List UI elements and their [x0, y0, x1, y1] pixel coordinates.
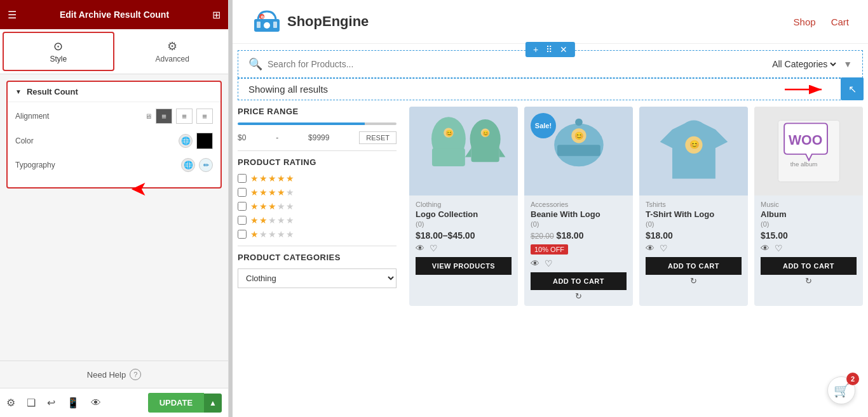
widget-close-button[interactable]: ✕	[559, 44, 569, 55]
product-actions-4: 👁 ♡	[761, 243, 857, 253]
svg-text:😊: 😊	[482, 129, 489, 137]
stars-4: ★ ★ ★ ★ ★	[250, 187, 294, 197]
product-price-4: $15.00	[761, 230, 857, 241]
wishlist-icon-2[interactable]: ♡	[545, 258, 553, 268]
typography-pencil-icon[interactable]: ✏	[199, 158, 213, 172]
help-icon[interactable]: ?	[130, 369, 141, 380]
layers-icon[interactable]: ❑	[27, 397, 36, 409]
wishlist-icon-4[interactable]: ♡	[775, 243, 783, 253]
price-range-labels: $0 - $9999 RESET	[238, 131, 397, 144]
stars-1: ★ ★ ★ ★ ★	[250, 229, 294, 239]
products-area: 😊 😊	[403, 100, 863, 312]
color-swatch[interactable]	[196, 133, 213, 149]
product-name-1: Logo Collection	[416, 209, 512, 219]
shop-main: PRICE RANGE $0 - $9999 RESET PRODUCT RAT…	[233, 100, 868, 312]
svg-rect-3	[273, 22, 277, 28]
update-button[interactable]: UPDATE	[148, 393, 204, 413]
settings-icon[interactable]: ⚙	[6, 397, 15, 409]
grid-icon[interactable]: ⊞	[212, 9, 220, 21]
old-price-2: $20.00	[531, 232, 554, 241]
product-actions-2: 👁 ♡	[531, 258, 627, 268]
refresh-icon-4[interactable]: ↻	[805, 276, 812, 286]
products-grid: 😊 😊	[409, 107, 863, 306]
cursor-icon: ↖	[848, 83, 857, 95]
star-2: ★	[259, 173, 268, 183]
typography-globe-icon[interactable]: 🌐	[181, 158, 195, 172]
view-icon-1[interactable]: 👁	[416, 243, 424, 253]
product-category-3: Tshirts	[646, 201, 742, 208]
alignment-row: Alignment 🖥 ≡ ≡ ≡	[15, 109, 213, 124]
svg-text:😊: 😊	[574, 131, 584, 140]
widget-toolbar: + ⠿ ✕	[526, 42, 575, 57]
menu-icon[interactable]: ☰	[8, 9, 17, 21]
svg-rect-2	[257, 22, 261, 28]
rating-2-checkbox[interactable]	[238, 216, 247, 225]
color-globe-icon[interactable]: 🌐	[179, 134, 193, 148]
rating-row-5: ★ ★ ★ ★ ★	[238, 173, 397, 183]
nav-shop-link[interactable]: Shop	[794, 17, 816, 27]
view-icon-4[interactable]: 👁	[761, 243, 770, 253]
align-right-button[interactable]: ≡	[196, 109, 213, 124]
edit-result-count-button[interactable]: ↖	[841, 77, 864, 100]
align-left-button[interactable]: ≡	[156, 109, 172, 124]
rating-5-checkbox[interactable]	[238, 174, 247, 183]
result-count-section: ▼ Result Count Alignment 🖥 ≡ ≡ ≡ Color	[6, 81, 222, 189]
shop-header: ⚙ ShopEngine Shop Cart	[233, 0, 868, 44]
view-products-button-1[interactable]: VIEW PRODUCTS	[416, 257, 512, 275]
view-icon-2[interactable]: 👁	[531, 258, 539, 268]
typography-controls: 🌐 ✏	[181, 158, 213, 172]
product-card-1: 😊 😊	[409, 107, 518, 306]
section-header-result-count[interactable]: ▼ Result Count	[8, 82, 220, 102]
refresh-icon-3[interactable]: ↻	[690, 276, 697, 286]
price-range-slider[interactable]	[238, 122, 397, 125]
tab-advanced[interactable]: ⚙ Advanced	[117, 29, 229, 74]
widget-add-button[interactable]: +	[532, 44, 539, 55]
product-name-4: Album	[761, 209, 857, 219]
categories-dropdown[interactable]: Clothing	[238, 268, 397, 288]
product-card-4: WOO the album Music Album (0) $15.00 👁 ♡	[754, 107, 863, 306]
tab-advanced-label: Advanced	[156, 55, 189, 63]
align-center-button[interactable]: ≡	[176, 109, 193, 124]
result-count-bar: Showing all results ↖	[238, 78, 863, 100]
add-to-cart-button-4[interactable]: ADD TO CART	[761, 257, 857, 275]
star-5: ★	[286, 173, 294, 183]
divider-2	[238, 246, 397, 246]
svg-text:the album: the album	[790, 161, 817, 168]
add-to-cart-button-2[interactable]: ADD TO CART	[531, 272, 627, 290]
product-info-1: Clothing Logo Collection (0) $18.00–$45.…	[409, 195, 518, 281]
view-icon-3[interactable]: 👁	[646, 243, 654, 253]
tab-style-label: Style	[50, 55, 67, 63]
refresh-icon-2[interactable]: ↻	[575, 291, 582, 301]
nav-cart-link[interactable]: Cart	[831, 17, 849, 27]
svg-rect-15	[471, 145, 499, 162]
widget-move-button[interactable]: ⠿	[545, 44, 553, 55]
product-actions-1: 👁 ♡	[416, 243, 512, 253]
tab-style[interactable]: ⊙ Style	[3, 32, 114, 71]
history-icon[interactable]: ↩	[47, 397, 55, 409]
search-icon[interactable]: 🔍	[248, 57, 262, 71]
price-range-section: PRICE RANGE $0 - $9999 RESET	[238, 107, 397, 144]
categories-select[interactable]: All Categories	[770, 58, 838, 70]
wishlist-icon-3[interactable]: ♡	[660, 243, 668, 253]
rating-row-2: ★ ★ ★ ★ ★	[238, 215, 397, 225]
search-input[interactable]	[268, 59, 764, 69]
star-4: ★	[277, 173, 285, 183]
product-reviews-3: (0)	[646, 220, 742, 228]
update-dropdown-button[interactable]: ▲	[204, 394, 222, 413]
add-to-cart-button-3[interactable]: ADD TO CART	[646, 257, 742, 275]
product-reviews-4: (0)	[761, 220, 857, 228]
shop-logo: ⚙ ShopEngine	[252, 9, 369, 34]
rating-row-4: ★ ★ ★ ★ ★	[238, 187, 397, 197]
preview-icon[interactable]: 👁	[91, 397, 101, 409]
rating-3-checkbox[interactable]	[238, 202, 247, 211]
product-image-1: 😊 😊	[409, 107, 518, 195]
price-reset-button[interactable]: RESET	[359, 131, 397, 144]
rating-4-checkbox[interactable]	[238, 188, 247, 197]
color-row: Color 🌐	[15, 133, 213, 149]
rating-1-checkbox[interactable]	[238, 230, 247, 239]
responsive-icon[interactable]: 📱	[67, 397, 79, 409]
alignment-controls: 🖥 ≡ ≡ ≡	[145, 109, 213, 124]
need-help-label: Need Help	[87, 370, 126, 380]
product-actions-3: 👁 ♡	[646, 243, 742, 253]
wishlist-icon-1[interactable]: ♡	[430, 243, 438, 253]
